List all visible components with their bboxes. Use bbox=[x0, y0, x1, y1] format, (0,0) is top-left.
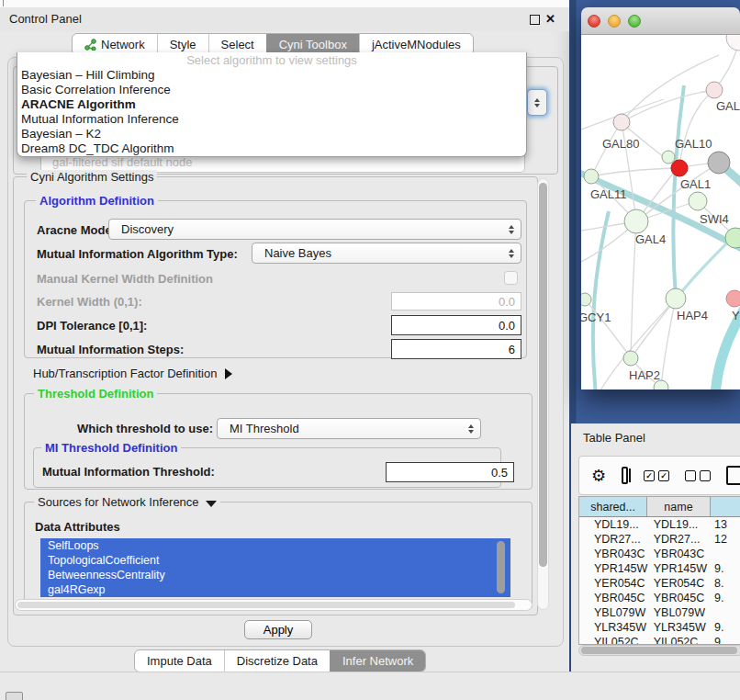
algorithm-popup-items: Bayesian – Hill ClimbingBasic Correlatio… bbox=[17, 68, 526, 156]
which-threshold-combobox[interactable]: MI Threshold bbox=[217, 418, 481, 439]
table-row[interactable]: YBL079WYBL079W bbox=[579, 605, 740, 620]
table-cell: 9. bbox=[711, 635, 740, 645]
algorithm-option[interactable]: Mutual Information Inference bbox=[17, 112, 526, 127]
network-node[interactable] bbox=[708, 152, 730, 174]
columns-icon[interactable] bbox=[622, 467, 628, 484]
settings-horizontal-scrollbar[interactable] bbox=[15, 599, 533, 611]
kernel-width-label: Kernel Width (0,1): bbox=[37, 295, 142, 309]
network-canvas[interactable]: GALGAL80GAL10GAL11GAL1SWI4GAL4GCY1HAP4YH… bbox=[581, 35, 740, 390]
table-cell: 8. bbox=[711, 576, 740, 591]
document-icon[interactable] bbox=[726, 466, 740, 485]
minimized-panel-icon[interactable] bbox=[6, 692, 23, 700]
aracne-mode-combobox[interactable]: Discovery bbox=[108, 219, 521, 240]
node-label: GAL11 bbox=[590, 187, 627, 201]
down-arrow-icon bbox=[534, 104, 540, 107]
algorithm-combobox-stepper[interactable] bbox=[527, 89, 547, 116]
gear-icon[interactable]: ⚙ bbox=[591, 468, 606, 484]
table-header-row: shared...name bbox=[579, 497, 740, 517]
zoom-traffic-light[interactable] bbox=[628, 15, 641, 28]
tab-infer-network[interactable]: Infer Network bbox=[330, 650, 425, 672]
algorithm-option[interactable]: ARACNE Algorithm bbox=[17, 97, 526, 112]
mi-type-combobox[interactable]: Naive Bayes bbox=[252, 243, 521, 264]
algorithm-option[interactable]: Bayesian – Hill Climbing bbox=[17, 68, 526, 83]
table-toolbar: ⚙ ✓✓ bbox=[578, 456, 740, 495]
network-node[interactable] bbox=[613, 114, 630, 130]
network-node[interactable] bbox=[706, 82, 723, 98]
combobox-value: MI Threshold bbox=[218, 422, 468, 435]
dpi-tolerance-field[interactable]: 0.0 bbox=[391, 315, 521, 335]
scrollbar-thumb[interactable] bbox=[581, 647, 737, 654]
table-row[interactable]: YLR345WYLR345W9. bbox=[579, 620, 740, 635]
attribute-item-selected[interactable]: gal4RGexp bbox=[40, 582, 510, 597]
table-row[interactable]: YBR043CYBR043C bbox=[579, 547, 740, 561]
network-window[interactable]: GALGAL80GAL10GAL11GAL1SWI4GAL4GCY1HAP4YH… bbox=[581, 7, 740, 390]
network-edge[interactable] bbox=[632, 299, 676, 357]
close-icon[interactable]: ✕ bbox=[545, 12, 555, 26]
tab-label: jActiveMNodules bbox=[372, 35, 461, 54]
column-header[interactable]: shared... bbox=[579, 497, 647, 516]
table-cell: YBL079W bbox=[648, 605, 711, 620]
network-edge[interactable] bbox=[622, 90, 714, 122]
network-edge[interactable] bbox=[593, 211, 609, 390]
hub-definition-expander[interactable]: Hub/Transcription Factor Definition bbox=[33, 367, 232, 380]
scrollbar-thumb[interactable] bbox=[17, 602, 515, 608]
table-cell: YLR345W bbox=[648, 620, 711, 635]
network-node[interactable] bbox=[581, 293, 591, 306]
column-header[interactable] bbox=[711, 497, 740, 516]
network-window-titlebar[interactable] bbox=[581, 7, 740, 35]
attribute-item-selected[interactable]: SelfLoops bbox=[40, 538, 510, 553]
network-node[interactable] bbox=[623, 351, 638, 366]
mi-steps-field[interactable]: 6 bbox=[391, 339, 521, 359]
deselect-all-checkboxes-icon[interactable] bbox=[685, 470, 711, 481]
apply-button[interactable]: Apply bbox=[244, 620, 312, 639]
network-node[interactable] bbox=[624, 209, 648, 233]
select-all-checkboxes-icon[interactable]: ✓✓ bbox=[644, 470, 669, 481]
tab-label: Infer Network bbox=[342, 651, 413, 671]
algorithm-option[interactable]: Dream8 DC_TDC Algorithm bbox=[17, 141, 526, 156]
collapse-arrow-icon[interactable] bbox=[206, 501, 217, 507]
stepper-icon bbox=[509, 249, 514, 258]
table-row[interactable]: YPR145WYPR145W9. bbox=[579, 561, 740, 576]
attribute-item-selected[interactable]: BetweennessCentrality bbox=[40, 568, 510, 582]
table-row[interactable]: YDR27...YDR27...12 bbox=[579, 532, 740, 547]
table-horizontal-scrollbar[interactable] bbox=[578, 645, 740, 656]
settings-vertical-scrollbar[interactable] bbox=[537, 178, 549, 610]
network-edge[interactable] bbox=[591, 168, 676, 176]
network-node[interactable] bbox=[726, 290, 740, 307]
scrollbar-thumb[interactable] bbox=[539, 183, 547, 567]
network-node[interactable] bbox=[666, 288, 686, 309]
tab-discretize-data[interactable]: Discretize Data bbox=[224, 650, 330, 672]
unchecked-box-icon bbox=[685, 470, 696, 481]
checked-box-icon: ✓ bbox=[644, 470, 655, 481]
network-node[interactable] bbox=[725, 228, 740, 248]
node-label: HAP4 bbox=[677, 309, 708, 322]
attribute-item-selected[interactable]: TopologicalCoefficient bbox=[40, 553, 510, 568]
combobox-value: Naive Bayes bbox=[252, 246, 509, 260]
network-node[interactable] bbox=[671, 160, 688, 176]
network-edge[interactable] bbox=[679, 90, 714, 165]
network-node[interactable] bbox=[689, 192, 707, 210]
close-traffic-light[interactable] bbox=[588, 15, 600, 28]
network-node[interactable] bbox=[584, 169, 599, 184]
minimize-traffic-light[interactable] bbox=[608, 15, 621, 28]
list-scrollbar-thumb[interactable] bbox=[497, 541, 505, 593]
network-node[interactable] bbox=[662, 151, 675, 164]
algorithm-option[interactable]: Basic Correlation Inference bbox=[17, 83, 526, 97]
manual-kernel-checkbox[interactable] bbox=[504, 271, 518, 285]
data-attributes-list[interactable]: SelfLoopsTopologicalCoefficientBetweenne… bbox=[40, 538, 510, 597]
node-label: GAL10 bbox=[675, 137, 712, 151]
network-node[interactable] bbox=[726, 35, 740, 51]
kernel-width-field[interactable]: 0.0 bbox=[391, 292, 521, 310]
table-cell: YDR27... bbox=[648, 532, 711, 547]
table-row[interactable]: YER054CYER054C8. bbox=[579, 576, 740, 591]
network-edge[interactable] bbox=[622, 55, 719, 122]
network-edge[interactable] bbox=[673, 85, 684, 298]
mi-threshold-field[interactable]: 0.5 bbox=[386, 462, 514, 482]
table-row[interactable]: YBR045CYBR045C9. bbox=[579, 591, 740, 605]
table-row[interactable]: YIL052CYIL052C9. bbox=[579, 635, 740, 645]
float-icon[interactable] bbox=[530, 15, 540, 25]
algorithm-option[interactable]: Bayesian – K2 bbox=[17, 127, 526, 141]
tab-impute-data[interactable]: Impute Data bbox=[135, 650, 224, 672]
column-header[interactable]: name bbox=[647, 497, 711, 516]
table-row[interactable]: YDL19...YDL19...13 bbox=[579, 517, 740, 532]
